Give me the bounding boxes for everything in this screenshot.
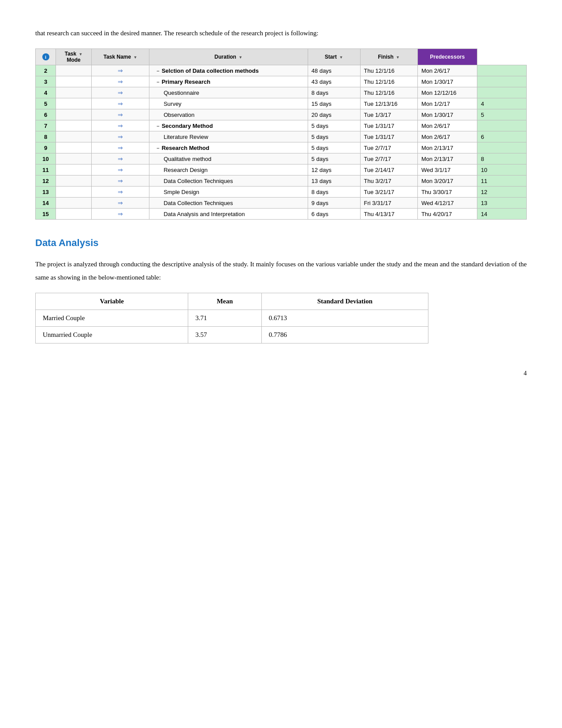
table-row: 10⇒Qualitative method5 daysTue 2/7/17Mon… (36, 153, 527, 164)
start-col-header[interactable]: Start ▼ (308, 49, 360, 65)
task-name-col-header[interactable]: Task Name ▼ (91, 49, 149, 65)
intro-paragraph: that research can succeed in the desired… (35, 26, 527, 40)
list-item: Unmarried Couple3.570.7786 (36, 327, 428, 343)
row-number: 15 (36, 209, 56, 220)
start-cell: Tue 12/13/16 (360, 98, 417, 109)
start-cell: Thu 3/2/17 (360, 175, 417, 187)
schedule-table: i Task ▼Mode Task Name ▼ Duration ▼ Star… (35, 49, 527, 220)
table-row: 8⇒Literature Review5 daysTue 1/31/17Mon … (36, 131, 527, 142)
table-row: 4⇒Questionnaire8 daysThu 12/1/16Mon 12/1… (36, 87, 527, 98)
table-row: 14⇒Data Collection Techniques9 daysFri 3… (36, 198, 527, 209)
start-cell: Tue 2/7/17 (360, 153, 417, 164)
task-mode-cell: ⇒ (91, 65, 149, 76)
task-mode-cell: ⇒ (91, 198, 149, 209)
task-mode-cell: ⇒ (91, 120, 149, 131)
predecessors-col-header: Predecessors (417, 49, 477, 65)
info-cell (56, 164, 92, 175)
task-mode-col-header[interactable]: Task ▼Mode (56, 49, 92, 65)
row-number: 7 (36, 120, 56, 131)
task-name-cell: Data Collection Techniques (149, 198, 308, 209)
task-name-cell: − Primary Research (149, 76, 308, 87)
task-mode-cell: ⇒ (91, 153, 149, 164)
info-cell (56, 209, 92, 220)
table-row: 13⇒Smple Design8 daysTue 3/21/17Thu 3/30… (36, 187, 527, 198)
task-mode-icon: ⇒ (118, 133, 123, 140)
predecessors-cell: 13 (477, 198, 526, 209)
predecessors-cell (477, 142, 526, 153)
info-icon: i (42, 53, 49, 60)
info-cell (56, 175, 92, 187)
table-row: 12⇒Data Collection Techniques13 daysThu … (36, 175, 527, 187)
predecessors-cell: 5 (477, 109, 526, 120)
table-row: 7⇒− Secondary Method5 daysTue 1/31/17Mon… (36, 120, 527, 131)
finish-cell: Wed 3/1/17 (417, 164, 477, 175)
task-mode-cell: ⇒ (91, 131, 149, 142)
task-mode-cell: ⇒ (91, 175, 149, 187)
finish-cell: Mon 2/13/17 (417, 153, 477, 164)
row-number: 10 (36, 153, 56, 164)
finish-cell: Mon 1/30/17 (417, 76, 477, 87)
finish-cell: Mon 2/6/17 (417, 65, 477, 76)
task-name-cell: Smple Design (149, 187, 308, 198)
duration-cell: 8 days (308, 87, 360, 98)
duration-col-header[interactable]: Duration ▼ (149, 49, 308, 65)
mean-col-header: Mean (188, 293, 261, 310)
predecessors-cell: 12 (477, 187, 526, 198)
task-mode-icon: ⇒ (118, 89, 123, 96)
task-name-cell: Data Collection Techniques (149, 175, 308, 187)
start-cell: Tue 1/31/17 (360, 131, 417, 142)
task-name-cell: Questionnaire (149, 87, 308, 98)
task-mode-icon: ⇒ (118, 199, 123, 206)
duration-cell: 43 days (308, 76, 360, 87)
info-cell (56, 87, 92, 98)
std-dev-cell: 0.7786 (261, 327, 428, 343)
info-cell (56, 131, 92, 142)
task-name-cell: Observation (149, 109, 308, 120)
predecessors-cell: 10 (477, 164, 526, 175)
task-mode-icon: ⇒ (118, 78, 123, 85)
task-name-cell: Literature Review (149, 131, 308, 142)
finish-cell: Mon 3/20/17 (417, 175, 477, 187)
data-analysis-paragraph: The project is analyzed through conducti… (35, 258, 527, 284)
predecessors-cell (477, 87, 526, 98)
info-cell (56, 65, 92, 76)
table-row: 3⇒− Primary Research43 daysThu 12/1/16Mo… (36, 76, 527, 87)
finish-cell: Mon 2/6/17 (417, 131, 477, 142)
variable-col-header: Variable (36, 293, 188, 310)
finish-col-header[interactable]: Finish ▼ (360, 49, 417, 65)
table-row: 11⇒Research Design12 daysTue 2/14/17Wed … (36, 164, 527, 175)
row-number: 4 (36, 87, 56, 98)
std-dev-cell: 0.6713 (261, 310, 428, 327)
info-cell (56, 187, 92, 198)
start-cell: Thu 12/1/16 (360, 87, 417, 98)
row-number: 5 (36, 98, 56, 109)
info-cell (56, 142, 92, 153)
table-row: 9⇒− Research Method5 daysTue 2/7/17Mon 2… (36, 142, 527, 153)
task-name-cell: Qualitative method (149, 153, 308, 164)
analysis-table: Variable Mean Standard Deviation Married… (35, 293, 428, 343)
predecessors-cell: 14 (477, 209, 526, 220)
row-number: 8 (36, 131, 56, 142)
finish-cell: Wed 4/12/17 (417, 198, 477, 209)
info-cell (56, 109, 92, 120)
duration-cell: 6 days (308, 209, 360, 220)
row-number: 12 (36, 175, 56, 187)
task-name-cell: Survey (149, 98, 308, 109)
finish-cell: Mon 2/6/17 (417, 120, 477, 131)
duration-cell: 15 days (308, 98, 360, 109)
info-cell (56, 98, 92, 109)
finish-cell: Mon 2/13/17 (417, 142, 477, 153)
schedule-table-wrapper: i Task ▼Mode Task Name ▼ Duration ▼ Star… (35, 49, 527, 220)
task-mode-icon: ⇒ (118, 122, 123, 129)
finish-cell: Thu 4/20/17 (417, 209, 477, 220)
table-row: 5⇒Survey15 daysTue 12/13/16Mon 1/2/174 (36, 98, 527, 109)
table-row: 6⇒Observation20 daysTue 1/3/17Mon 1/30/1… (36, 109, 527, 120)
duration-cell: 48 days (308, 65, 360, 76)
start-cell: Fri 3/31/17 (360, 198, 417, 209)
duration-cell: 12 days (308, 164, 360, 175)
start-cell: Tue 2/7/17 (360, 142, 417, 153)
predecessors-cell: 4 (477, 98, 526, 109)
task-mode-cell: ⇒ (91, 209, 149, 220)
variable-cell: Unmarried Couple (36, 327, 188, 343)
task-name-cell: − Research Method (149, 142, 308, 153)
